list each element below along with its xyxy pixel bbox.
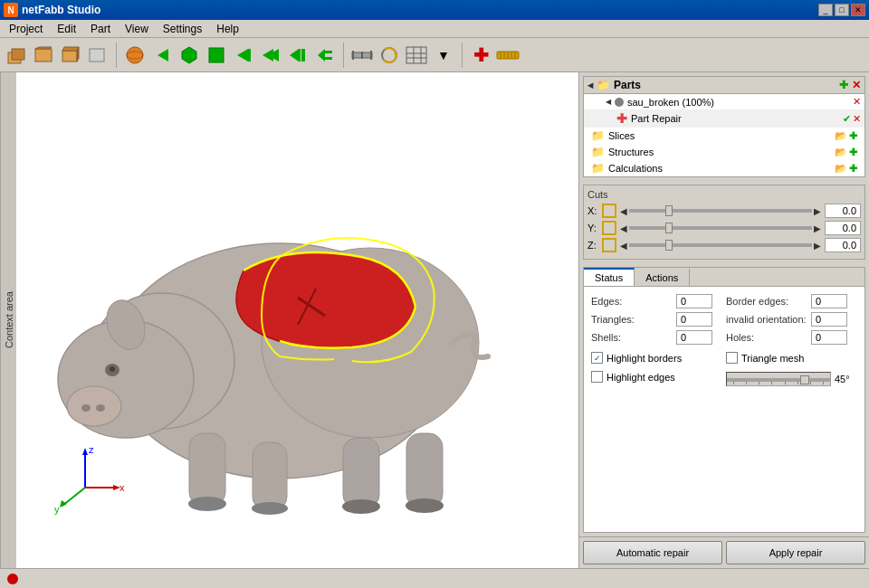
parts-add-icon[interactable]: ✚ (839, 79, 848, 91)
cut-arrow-right-z[interactable]: ▶ (814, 241, 821, 251)
status-indicator (7, 574, 18, 584)
menu-settings[interactable]: Settings (156, 21, 209, 37)
svg-rect-12 (209, 48, 224, 62)
cut-checkbox-z[interactable] (602, 238, 616, 252)
menu-project[interactable]: Project (2, 21, 50, 37)
calcs-add-icon[interactable]: ✚ (849, 163, 857, 175)
edges-label: Edges: (591, 296, 673, 307)
minimize-button[interactable]: _ (818, 4, 833, 16)
cut-arrow-right-y[interactable]: ▶ (814, 223, 821, 233)
svg-text:z: z (89, 444, 94, 455)
pig-3d-view[interactable]: z y x (16, 72, 578, 568)
triangles-value: 0 (676, 312, 712, 327)
cut-slider-x[interactable] (629, 209, 812, 213)
svg-marker-17 (290, 49, 299, 62)
cut-slider-z[interactable] (629, 243, 812, 247)
toolbar-arrow-2[interactable] (231, 43, 256, 68)
parts-folder-icon: 📁 (597, 79, 610, 91)
toolbar-grid[interactable] (404, 43, 429, 68)
part-remove[interactable]: ✕ (853, 96, 861, 108)
toolbar-arrow-left[interactable] (149, 43, 175, 68)
cut-arrow-left-z[interactable]: ◀ (620, 241, 627, 251)
cut-slider-y[interactable] (629, 226, 812, 230)
toolbar-dropdown[interactable]: ▼ (431, 43, 456, 68)
cut-value-y[interactable]: 0.0 (825, 221, 861, 235)
cut-arrow-left-x[interactable]: ◀ (620, 206, 627, 216)
svg-marker-19 (301, 49, 305, 62)
tree-item-slices[interactable]: 📁 Slices 📂 ✚ (584, 128, 864, 144)
tab-bar: Status Actions (584, 268, 864, 287)
toolbar-btn-4[interactable] (85, 43, 110, 68)
toolbar-arrow-4[interactable] (285, 43, 310, 68)
toolbar-green-box[interactable] (204, 43, 229, 68)
highlight-borders-row: Highlight borders (591, 352, 722, 364)
menu-view[interactable]: View (118, 21, 156, 37)
toolbar-ruler[interactable] (495, 43, 520, 68)
repair-check-icon[interactable]: ✔ (843, 113, 851, 125)
toolbar-sep-1 (116, 43, 117, 68)
toolbar-circle-arrow[interactable] (377, 43, 402, 68)
toolbar-add[interactable]: ✚ (468, 43, 493, 68)
structures-folder-icon: 📁 (591, 146, 605, 158)
parts-remove-icon[interactable]: ✕ (852, 79, 861, 91)
highlight-borders-checkbox[interactable] (591, 352, 603, 364)
svg-rect-18 (299, 49, 301, 62)
toolbar-btn-2[interactable] (31, 43, 56, 68)
svg-rect-52 (253, 442, 287, 510)
cut-checkbox-y[interactable] (602, 221, 616, 235)
svg-rect-26 (370, 51, 372, 60)
toolbar-measure[interactable] (349, 43, 375, 68)
angle-slider[interactable] (726, 372, 831, 386)
toolbar-arrow-5[interactable] (312, 43, 338, 68)
border-edges-label: Border edges: (726, 296, 807, 307)
parts-expand-arrow[interactable]: ◀ (587, 81, 593, 90)
context-area-label: Context area (0, 72, 16, 568)
svg-rect-21 (325, 51, 332, 53)
toolbar-btn-1[interactable] (4, 43, 29, 68)
triangle-mesh-label: Triangle mesh (741, 353, 804, 364)
slices-label: Slices (608, 130, 635, 141)
toolbar-sphere[interactable] (122, 43, 148, 68)
tree-item-calculations[interactable]: 📁 Calculations 📂 ✚ (584, 160, 864, 176)
cut-value-x[interactable]: 0.0 (825, 204, 861, 218)
tab-actions[interactable]: Actions (635, 268, 690, 286)
structures-add-icon[interactable]: ✚ (849, 147, 857, 158)
slices-open-icon[interactable]: 📂 (835, 130, 847, 142)
toolbar-sep-3 (462, 43, 463, 68)
highlight-edges-checkbox[interactable] (591, 371, 603, 383)
triangle-mesh-checkbox[interactable] (726, 352, 738, 364)
toolbar-arrow-3[interactable] (258, 43, 283, 68)
cut-value-z[interactable]: 0.0 (825, 238, 861, 252)
svg-point-56 (252, 502, 288, 515)
calcs-open-icon[interactable]: 📂 (835, 163, 847, 175)
cuts-title: Cuts (587, 189, 861, 200)
automatic-repair-button[interactable]: Automatic repair (583, 541, 722, 564)
status-invalid-orient-row: invalid orientation: 0 (726, 312, 857, 327)
viewport[interactable]: Context area (0, 72, 579, 568)
menu-help[interactable]: Help (209, 21, 246, 37)
tab-status[interactable]: Status (584, 268, 635, 286)
parts-tree: ◀ 📁 Parts ✚ ✕ ◀ sau_broken (100%) ✕ (583, 76, 865, 177)
title-bar: N netFabb Studio _ □ ✕ (0, 0, 869, 20)
tree-item-part[interactable]: ◀ sau_broken (100%) ✕ (584, 94, 864, 109)
structures-open-icon[interactable]: 📂 (835, 147, 847, 158)
main-layout: Context area (0, 72, 869, 568)
part-expand[interactable]: ◀ (606, 98, 611, 106)
tree-item-repair[interactable]: ✚ Part Repair ✔ ✕ (584, 109, 864, 128)
slices-add-icon[interactable]: ✚ (849, 130, 857, 142)
tree-item-structures[interactable]: 📁 Structures 📂 ✚ (584, 144, 864, 160)
toolbar-btn-3[interactable] (58, 43, 83, 68)
toolbar-hexagon[interactable] (177, 43, 202, 68)
close-button[interactable]: ✕ (851, 4, 865, 16)
maximize-button[interactable]: □ (835, 4, 849, 16)
repair-cross-icon[interactable]: ✕ (853, 113, 861, 125)
menu-part[interactable]: Part (83, 21, 118, 37)
parts-title: Parts (614, 79, 641, 91)
holes-value: 0 (811, 330, 847, 345)
svg-rect-51 (189, 433, 225, 506)
cut-arrow-right-x[interactable]: ▶ (814, 206, 821, 216)
cut-arrow-left-y[interactable]: ◀ (620, 223, 627, 233)
apply-repair-button[interactable]: Apply repair (726, 541, 865, 564)
cut-checkbox-x[interactable] (602, 204, 616, 218)
menu-edit[interactable]: Edit (50, 21, 83, 37)
